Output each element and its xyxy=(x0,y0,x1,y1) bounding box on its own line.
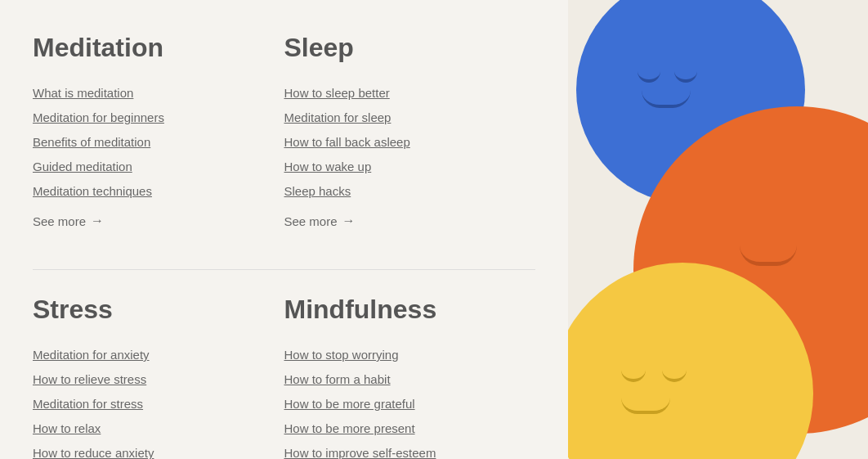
see-more-meditation[interactable]: See more → xyxy=(33,214,284,228)
link-how-to-improve-self-esteem[interactable]: How to improve self-esteem xyxy=(284,446,436,459)
list-item: How to be more present xyxy=(284,421,536,436)
section-stress: Stress Meditation for anxiety How to rel… xyxy=(33,286,284,459)
mindfulness-links: How to stop worrying How to form a habit… xyxy=(284,348,536,459)
list-item: How to wake up xyxy=(284,160,536,174)
list-item: How to reduce anxiety xyxy=(33,446,284,459)
section-title-stress: Stress xyxy=(33,295,284,325)
section-title-meditation: Meditation xyxy=(33,33,284,63)
list-item: Meditation for stress xyxy=(33,397,284,412)
top-sections: Meditation What is meditation Meditation… xyxy=(33,25,535,270)
link-how-to-stop-worrying[interactable]: How to stop worrying xyxy=(284,348,399,362)
sleep-links: How to sleep better Meditation for sleep… xyxy=(284,86,536,199)
list-item: How to relax xyxy=(33,421,284,436)
list-item: Guided meditation xyxy=(33,160,284,174)
section-title-mindfulness: Mindfulness xyxy=(284,295,536,325)
link-benefits-of-meditation[interactable]: Benefits of meditation xyxy=(33,135,150,149)
illustration-area xyxy=(568,0,868,459)
stress-links: Meditation for anxiety How to relieve st… xyxy=(33,348,284,459)
yellow-eye-left xyxy=(621,369,646,382)
list-item: Meditation for sleep xyxy=(284,110,536,125)
list-item: How to fall back asleep xyxy=(284,135,536,150)
list-item: How to form a habit xyxy=(284,372,536,387)
yellow-smile xyxy=(621,398,670,414)
link-meditation-techniques[interactable]: Meditation techniques xyxy=(33,184,152,198)
link-how-to-fall-back-asleep[interactable]: How to fall back asleep xyxy=(284,135,410,149)
see-more-arrow-icon: → xyxy=(91,214,104,228)
see-more-label: See more xyxy=(33,214,86,228)
link-how-to-be-more-present[interactable]: How to be more present xyxy=(284,421,415,435)
link-sleep-hacks[interactable]: Sleep hacks xyxy=(284,184,351,198)
see-more-sleep[interactable]: See more → xyxy=(284,214,536,228)
list-item: What is meditation xyxy=(33,86,284,101)
link-how-to-relax[interactable]: How to relax xyxy=(33,421,101,435)
content-area: Meditation What is meditation Meditation… xyxy=(0,0,568,459)
list-item: How to sleep better xyxy=(284,86,536,101)
link-meditation-for-sleep[interactable]: Meditation for sleep xyxy=(284,110,391,124)
list-item: How to improve self-esteem xyxy=(284,446,536,459)
list-item: Benefits of meditation xyxy=(33,135,284,150)
meditation-links: What is meditation Meditation for beginn… xyxy=(33,86,284,199)
link-how-to-sleep-better[interactable]: How to sleep better xyxy=(284,86,390,100)
page-container: Meditation What is meditation Meditation… xyxy=(0,0,868,459)
blue-eye-left xyxy=(638,70,660,83)
list-item: How to be more grateful xyxy=(284,397,536,412)
link-how-to-relieve-stress[interactable]: How to relieve stress xyxy=(33,372,146,386)
link-how-to-form-a-habit[interactable]: How to form a habit xyxy=(284,372,391,386)
section-title-sleep: Sleep xyxy=(284,33,536,63)
list-item: How to relieve stress xyxy=(33,372,284,387)
blue-eye-right xyxy=(674,70,697,83)
section-sleep: Sleep How to sleep better Meditation for… xyxy=(284,25,536,253)
yellow-eye-right xyxy=(662,369,687,382)
link-meditation-for-anxiety[interactable]: Meditation for anxiety xyxy=(33,348,150,362)
link-how-to-wake-up[interactable]: How to wake up xyxy=(284,160,372,173)
list-item: Sleep hacks xyxy=(284,184,536,199)
link-guided-meditation[interactable]: Guided meditation xyxy=(33,160,132,173)
see-more-sleep-arrow-icon: → xyxy=(342,214,356,228)
section-meditation: Meditation What is meditation Meditation… xyxy=(33,25,284,253)
list-item: Meditation techniques xyxy=(33,184,284,199)
link-meditation-for-stress[interactable]: Meditation for stress xyxy=(33,397,143,411)
section-mindfulness: Mindfulness How to stop worrying How to … xyxy=(284,286,536,459)
list-item: Meditation for beginners xyxy=(33,110,284,125)
link-meditation-for-beginners[interactable]: Meditation for beginners xyxy=(33,110,164,124)
link-how-to-be-more-grateful[interactable]: How to be more grateful xyxy=(284,397,415,411)
list-item: Meditation for anxiety xyxy=(33,348,284,362)
bottom-sections: Stress Meditation for anxiety How to rel… xyxy=(33,270,535,459)
link-how-to-reduce-anxiety[interactable]: How to reduce anxiety xyxy=(33,446,154,459)
link-what-is-meditation[interactable]: What is meditation xyxy=(33,86,133,100)
list-item: How to stop worrying xyxy=(284,348,536,362)
see-more-sleep-label: See more xyxy=(284,214,338,228)
